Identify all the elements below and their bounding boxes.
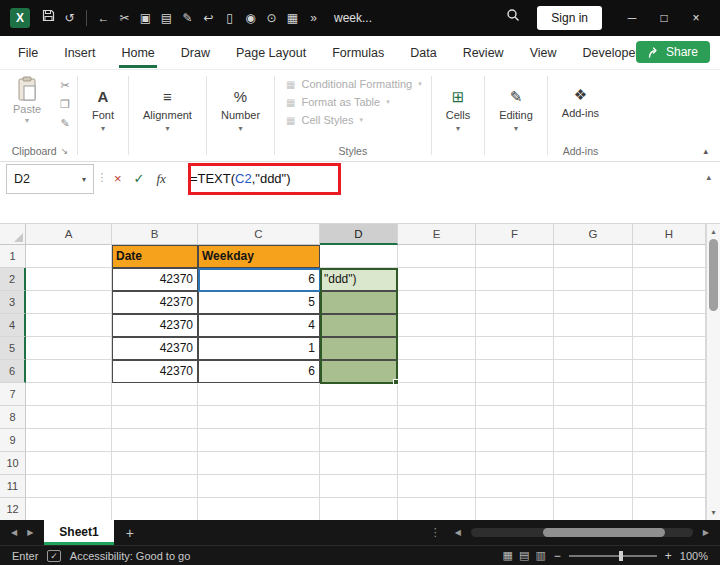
share-button[interactable]: Share — [636, 41, 710, 63]
cell-C7[interactable] — [198, 383, 320, 406]
cell-G3[interactable] — [554, 291, 633, 314]
cell-E11[interactable] — [398, 475, 476, 498]
cell-G12[interactable] — [554, 498, 633, 520]
formula-bar-expand-icon[interactable]: ▴ — [706, 172, 711, 182]
cell-F8[interactable] — [476, 406, 554, 429]
cell-H1[interactable] — [633, 245, 706, 268]
minimize-button[interactable]: ─ — [616, 11, 648, 25]
fill-handle[interactable] — [393, 379, 399, 385]
cell-D10[interactable] — [320, 452, 398, 475]
hscroll-right-icon[interactable]: ▶ — [698, 528, 714, 537]
cell-H3[interactable] — [633, 291, 706, 314]
zoom-level[interactable]: 100% — [680, 550, 708, 562]
cell-G11[interactable] — [554, 475, 633, 498]
alignment-group-button[interactable]: ≡ Alignment ▾ — [132, 70, 203, 161]
camera-icon[interactable]: ⊙ — [261, 8, 282, 28]
sign-in-button[interactable]: Sign in — [537, 6, 602, 30]
cell-A6[interactable] — [26, 360, 112, 383]
cell-C9[interactable] — [198, 429, 320, 452]
cell-A10[interactable] — [26, 452, 112, 475]
zoom-in-button[interactable]: + — [665, 549, 672, 563]
sheet-options-icon[interactable]: ⋮ — [426, 526, 445, 539]
cell-H4[interactable] — [633, 314, 706, 337]
menu-tab-page-layout[interactable]: Page Layout — [234, 37, 308, 68]
clipboard-dialog-launcher-icon[interactable]: ↘ — [61, 146, 69, 156]
menu-tab-review[interactable]: Review — [461, 37, 506, 68]
search-icon[interactable] — [502, 8, 523, 28]
row-header-11[interactable]: 11 — [0, 475, 26, 498]
row-header-9[interactable]: 9 — [0, 429, 26, 452]
redo-icon[interactable]: ↩ — [198, 8, 219, 28]
pin-icon[interactable]: ◉ — [240, 8, 261, 28]
cell-E6[interactable] — [398, 360, 476, 383]
column-header-F[interactable]: F — [476, 224, 554, 245]
vertical-scrollbar-thumb[interactable] — [709, 239, 718, 311]
scroll-down-icon[interactable]: ▾ — [711, 505, 715, 520]
cell-F11[interactable] — [476, 475, 554, 498]
cell-D1[interactable] — [320, 245, 398, 268]
cell-E5[interactable] — [398, 337, 476, 360]
menu-tab-developer[interactable]: Developer — [581, 37, 642, 68]
cell-D3[interactable] — [320, 291, 398, 314]
scroll-up-icon[interactable]: ▴ — [711, 224, 715, 236]
paste-button[interactable]: Paste ▾ — [6, 76, 48, 145]
menu-tab-home[interactable]: Home — [119, 37, 156, 68]
cell-D11[interactable] — [320, 475, 398, 498]
cell-A7[interactable] — [26, 383, 112, 406]
page-break-view-icon[interactable]: ▥ — [535, 549, 545, 562]
cell-D2[interactable]: "ddd") — [320, 268, 398, 291]
sheet-nav-left-icon[interactable]: ◀ — [6, 528, 22, 537]
cell-F2[interactable] — [476, 268, 554, 291]
cell-G9[interactable] — [554, 429, 633, 452]
save-icon[interactable] — [38, 8, 59, 28]
column-header-E[interactable]: E — [398, 224, 476, 245]
column-header-H[interactable]: H — [633, 224, 706, 245]
menu-tab-view[interactable]: View — [528, 37, 559, 68]
cell-B7[interactable] — [112, 383, 198, 406]
cell-B10[interactable] — [112, 452, 198, 475]
column-header-A[interactable]: A — [26, 224, 112, 245]
back-icon[interactable]: ← — [93, 8, 114, 28]
undo-icon[interactable]: ↺ — [59, 8, 80, 28]
cell-B6[interactable]: 42370 — [112, 360, 198, 383]
cell-H11[interactable] — [633, 475, 706, 498]
cell-H12[interactable] — [633, 498, 706, 520]
format-painter-icon[interactable]: ✎ — [177, 8, 198, 28]
cell-H5[interactable] — [633, 337, 706, 360]
more-commands-icon[interactable]: » — [303, 8, 324, 28]
cell-A8[interactable] — [26, 406, 112, 429]
row-header-5[interactable]: 5 — [0, 337, 26, 360]
cell-E3[interactable] — [398, 291, 476, 314]
menu-tab-data[interactable]: Data — [408, 37, 438, 68]
zoom-slider-thumb[interactable] — [619, 551, 623, 561]
menu-tab-formulas[interactable]: Formulas — [330, 37, 386, 68]
picture-icon[interactable]: ▣ — [135, 8, 156, 28]
row-header-7[interactable]: 7 — [0, 383, 26, 406]
row-header-3[interactable]: 3 — [0, 291, 26, 314]
cell-H10[interactable] — [633, 452, 706, 475]
horizontal-scrollbar[interactable] — [471, 528, 693, 537]
sheet-nav-right-icon[interactable]: ▶ — [22, 528, 38, 537]
cell-A12[interactable] — [26, 498, 112, 520]
menu-tab-file[interactable]: File — [16, 37, 40, 68]
cell-B11[interactable] — [112, 475, 198, 498]
cell-D9[interactable] — [320, 429, 398, 452]
cell-A2[interactable] — [26, 268, 112, 291]
cell-B3[interactable]: 42370 — [112, 291, 198, 314]
cell-G1[interactable] — [554, 245, 633, 268]
cell-G2[interactable] — [554, 268, 633, 291]
row-header-2[interactable]: 2 — [0, 268, 26, 291]
hscroll-left-icon[interactable]: ◀ — [450, 528, 466, 537]
cell-E9[interactable] — [398, 429, 476, 452]
cell-A11[interactable] — [26, 475, 112, 498]
cell-A4[interactable] — [26, 314, 112, 337]
cell-G7[interactable] — [554, 383, 633, 406]
formula-input[interactable]: =TEXT(C2,"ddd") — [174, 162, 291, 195]
menu-tab-insert[interactable]: Insert — [62, 37, 97, 68]
cell-B8[interactable] — [112, 406, 198, 429]
cell-B5[interactable]: 42370 — [112, 337, 198, 360]
cell-F12[interactable] — [476, 498, 554, 520]
cell-H8[interactable] — [633, 406, 706, 429]
cell-B12[interactable] — [112, 498, 198, 520]
cell-C4[interactable]: 4 — [198, 314, 320, 337]
